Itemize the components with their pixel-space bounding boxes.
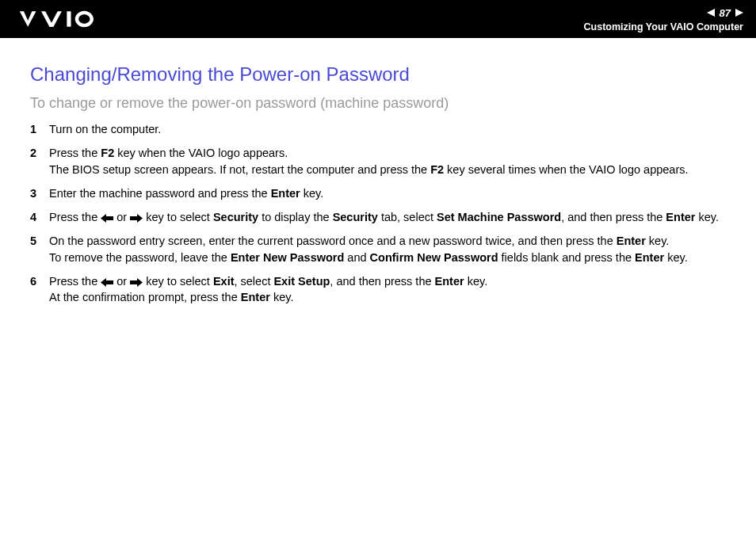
step-item: 2Press the F2 key when the VAIO logo app…: [30, 145, 726, 177]
text: fields blank and press the: [498, 251, 636, 264]
arrow-left-icon: [101, 275, 113, 288]
arrow-right-icon: [130, 275, 143, 288]
page-subtitle: To change or remove the power-on passwor…: [30, 95, 726, 112]
bold-text: Set Machine Password: [437, 211, 561, 223]
text: or: [113, 211, 130, 223]
step-item: 4Press the or key to select Security to …: [30, 209, 726, 225]
text: , select: [234, 275, 273, 288]
bold-text: Enter: [635, 251, 664, 264]
text: The BIOS setup screen appears. If not, r…: [49, 163, 430, 176]
page-content: Changing/Removing the Power-on Password …: [0, 38, 756, 306]
text: Press the: [49, 147, 101, 159]
header-bar: 87 Customizing Your VAIO Computer: [0, 0, 756, 38]
text: At the confirmation prompt, press the: [49, 291, 241, 303]
bold-text: Exit Setup: [273, 275, 330, 288]
step-body: On the password entry screen, enter the …: [49, 233, 726, 265]
svg-marker-2: [735, 9, 743, 17]
svg-marker-3: [101, 214, 113, 223]
step-number: 3: [30, 185, 49, 201]
section-label: Customizing Your VAIO Computer: [584, 21, 743, 32]
text: Press the: [49, 275, 101, 288]
text: , and then press the: [561, 211, 666, 223]
text: key.: [646, 235, 670, 247]
page-nav: 87: [707, 6, 743, 20]
text: Enter the machine password and press the: [49, 187, 271, 200]
step-body: Press the or key to select Security to d…: [49, 209, 726, 225]
text: key to select: [143, 275, 213, 288]
svg-marker-6: [130, 278, 143, 287]
bold-text: Enter: [241, 291, 270, 303]
svg-rect-0: [67, 11, 71, 26]
bold-text: F2: [101, 147, 114, 159]
nav-prev-icon[interactable]: [707, 6, 715, 20]
step-body: Press the F2 key when the VAIO logo appe…: [49, 145, 726, 177]
step-body: Turn on the computer.: [49, 121, 726, 137]
step-item: 1Turn on the computer.: [30, 121, 726, 137]
step-item: 5On the password entry screen, enter the…: [30, 233, 726, 265]
bold-text: Enter: [271, 187, 300, 200]
text: tab, select: [378, 211, 437, 223]
vaio-logo: [16, 10, 119, 28]
page-title: Changing/Removing the Power-on Password: [30, 63, 726, 86]
header-right: 87 Customizing Your VAIO Computer: [584, 6, 743, 32]
text: key.: [300, 187, 324, 200]
bold-text: Security: [333, 211, 378, 223]
step-number: 1: [30, 121, 49, 137]
step-item: 6Press the or key to select Exit, select…: [30, 273, 726, 306]
page-number: 87: [720, 7, 731, 19]
bold-text: Enter: [666, 211, 695, 223]
bold-text: F2: [430, 163, 444, 176]
arrow-left-icon: [101, 211, 113, 223]
text: , and then press the: [330, 275, 434, 288]
bold-text: Exit: [213, 275, 235, 288]
step-item: 3Enter the machine password and press th…: [30, 185, 726, 201]
steps-list: 1Turn on the computer.2Press the F2 key …: [30, 121, 726, 306]
text: key.: [464, 275, 488, 288]
text: Press the: [49, 211, 101, 223]
text: or: [113, 275, 130, 288]
step-number: 4: [30, 209, 49, 225]
text: To remove the password, leave the: [49, 251, 231, 264]
bold-text: Enter: [435, 275, 464, 288]
text: to display the: [258, 211, 333, 223]
svg-marker-5: [101, 278, 113, 287]
nav-next-icon[interactable]: [735, 6, 743, 20]
text: key several times when the VAIO logo app…: [444, 163, 688, 176]
text: key.: [695, 211, 719, 223]
text: On the password entry screen, enter the …: [49, 235, 617, 247]
text: key when the VAIO logo appears.: [114, 147, 288, 159]
bold-text: Confirm New Password: [370, 251, 498, 264]
text: key.: [270, 291, 294, 303]
step-body: Enter the machine password and press the…: [49, 185, 726, 201]
svg-marker-4: [130, 214, 143, 223]
text: Turn on the computer.: [49, 123, 161, 135]
bold-text: Enter New Password: [231, 251, 344, 264]
step-number: 6: [30, 273, 49, 289]
svg-marker-1: [707, 9, 715, 17]
bold-text: Security: [213, 211, 258, 223]
arrow-right-icon: [130, 211, 143, 223]
text: and: [344, 251, 369, 264]
step-number: 2: [30, 145, 49, 161]
bold-text: Enter: [617, 235, 646, 247]
text: key to select: [143, 211, 213, 223]
text: key.: [664, 251, 688, 264]
step-number: 5: [30, 233, 49, 249]
step-body: Press the or key to select Exit, select …: [49, 273, 726, 306]
